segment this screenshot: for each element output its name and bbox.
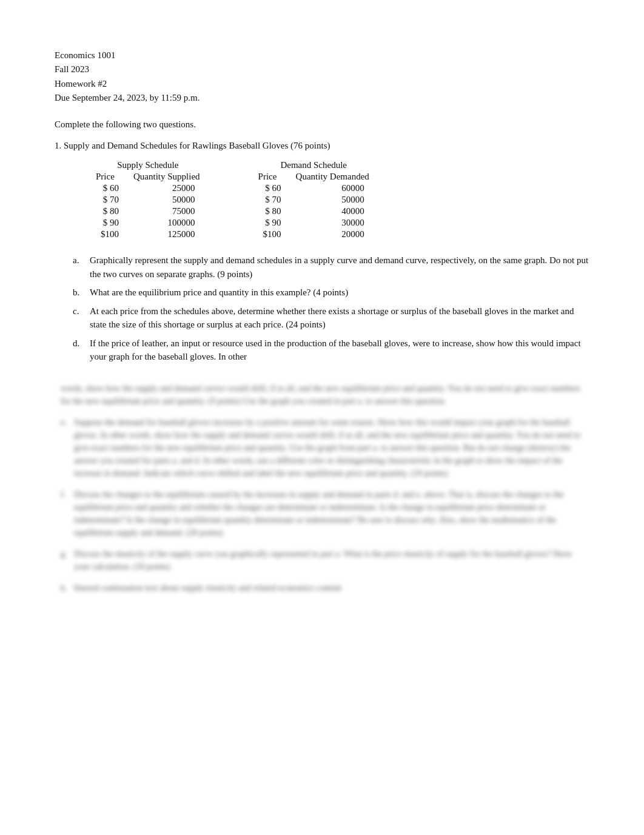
blurred-part-item: e.Suppose the demand for baseball gloves…	[55, 416, 589, 480]
supply-schedule: Supply Schedule Price Quantity Supplied …	[91, 159, 205, 240]
demand-table-row: $ 8040000	[253, 206, 374, 217]
supply-price-cell: $ 60	[91, 183, 129, 194]
part-text: If the price of leather, an input or res…	[90, 337, 589, 364]
blurred-part-text: Discuss the elasticity of the supply cur…	[74, 548, 583, 573]
demand-table-row: $ 6060000	[253, 183, 374, 194]
supply-qty-cell: 50000	[129, 194, 205, 206]
demand-col1-header: Price	[253, 171, 291, 183]
demand-schedule-title: Demand Schedule	[253, 159, 374, 171]
parts-list: a.Graphically represent the supply and d…	[73, 253, 589, 364]
part-text: At each price from the schedules above, …	[90, 304, 589, 332]
demand-qty-cell: 20000	[291, 229, 374, 240]
supply-table-row: $ 7050000	[91, 194, 205, 206]
blurred-part-item: f.Discuss the changes to the equilibrium…	[55, 488, 589, 539]
part-item: d.If the price of leather, an input or r…	[73, 337, 589, 364]
supply-table-row: $ 90100000	[91, 217, 205, 229]
blurred-part-label: f.	[61, 488, 74, 539]
supply-col1-header: Price	[91, 171, 129, 183]
blurred-part-text: Suppose the demand for baseball gloves i…	[74, 416, 583, 480]
supply-qty-cell: 25000	[129, 183, 205, 194]
demand-table-row: $ 7050000	[253, 194, 374, 206]
supply-price-cell: $100	[91, 229, 129, 240]
header-line2: Fall 2023	[55, 62, 589, 76]
demand-qty-cell: 60000	[291, 183, 374, 194]
blurred-part-item: g.Discuss the elasticity of the supply c…	[55, 548, 589, 573]
supply-table-row: $100125000	[91, 229, 205, 240]
header-line4: Due September 24, 2023, by 11:59 p.m.	[55, 91, 589, 105]
blurred-part-label: e.	[61, 416, 74, 480]
header-block: Economics 1001 Fall 2023 Homework #2 Due…	[55, 49, 589, 105]
intro-text: Complete the following two questions.	[55, 119, 589, 130]
supply-table-row: $ 8075000	[91, 206, 205, 217]
blurred-section: words, show how the supply and demand cu…	[55, 382, 589, 603]
demand-price-cell: $ 60	[253, 183, 291, 194]
header-line3: Homework #2	[55, 77, 589, 91]
part-item: c.At each price from the schedules above…	[73, 304, 589, 332]
question1-title: 1. Supply and Demand Schedules for Rawli…	[55, 141, 589, 151]
supply-price-cell: $ 90	[91, 217, 129, 229]
demand-qty-cell: 30000	[291, 217, 374, 229]
part-label: b.	[73, 286, 90, 300]
demand-qty-cell: 50000	[291, 194, 374, 206]
part-label: a.	[73, 253, 90, 281]
demand-schedule: Demand Schedule Price Quantity Demanded …	[253, 159, 374, 240]
demand-price-cell: $100	[253, 229, 291, 240]
demand-price-cell: $ 80	[253, 206, 291, 217]
blurred-part-item: h.blurred continuation text about supply…	[55, 582, 589, 594]
part-label: d.	[73, 337, 90, 364]
blurred-part-text: blurred continuation text about supply e…	[74, 582, 341, 594]
supply-qty-cell: 125000	[129, 229, 205, 240]
blurred-para1: words, show how the supply and demand cu…	[55, 382, 589, 407]
demand-qty-cell: 40000	[291, 206, 374, 217]
header-line1: Economics 1001	[55, 49, 589, 62]
part-text: What are the equilibrium price and quant…	[90, 286, 589, 300]
blurred-part-text: Discuss the changes to the equilibrium c…	[74, 488, 583, 539]
part-label: c.	[73, 304, 90, 332]
demand-price-cell: $ 70	[253, 194, 291, 206]
part-text: Graphically represent the supply and dem…	[90, 253, 589, 281]
supply-table-row: $ 6025000	[91, 183, 205, 194]
demand-col2-header: Quantity Demanded	[291, 171, 374, 183]
demand-price-cell: $ 90	[253, 217, 291, 229]
supply-qty-cell: 75000	[129, 206, 205, 217]
tables-container: Supply Schedule Price Quantity Supplied …	[91, 159, 589, 240]
blurred-part-label: h.	[61, 582, 74, 594]
supply-price-cell: $ 80	[91, 206, 129, 217]
blurred-part-label: g.	[61, 548, 74, 573]
supply-schedule-title: Supply Schedule	[91, 159, 205, 171]
part-item: b.What are the equilibrium price and qua…	[73, 286, 589, 300]
supply-col2-header: Quantity Supplied	[129, 171, 205, 183]
demand-table-row: $ 9030000	[253, 217, 374, 229]
demand-table-row: $10020000	[253, 229, 374, 240]
supply-price-cell: $ 70	[91, 194, 129, 206]
supply-qty-cell: 100000	[129, 217, 205, 229]
blurred-content: words, show how the supply and demand cu…	[55, 382, 589, 594]
part-item: a.Graphically represent the supply and d…	[73, 253, 589, 281]
